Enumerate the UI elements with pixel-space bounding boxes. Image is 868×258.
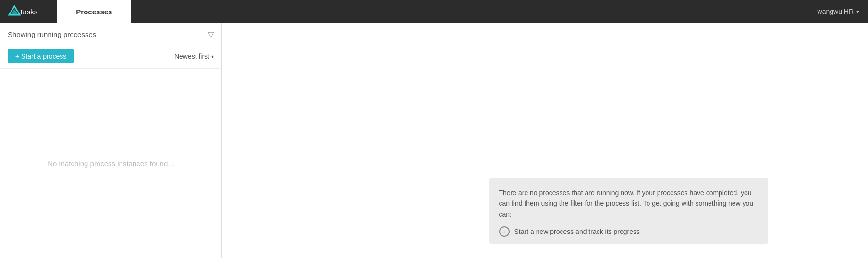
- tab-processes[interactable]: Processes: [57, 0, 131, 23]
- user-label: wangwu HR: [818, 8, 854, 15]
- start-process-button[interactable]: + Start a process: [8, 49, 74, 63]
- sidebar: Showing running processes ▽ + Start a pr…: [0, 23, 222, 258]
- sort-dropdown[interactable]: Newest first ▾: [174, 52, 214, 60]
- sort-caret: ▾: [211, 54, 214, 59]
- sidebar-controls: + Start a process Newest first ▾: [0, 44, 221, 69]
- sidebar-header-title: Showing running processes: [8, 30, 96, 38]
- circle-plus-icon: +: [499, 226, 510, 237]
- main-layout: Showing running processes ▽ + Start a pr…: [0, 23, 868, 258]
- info-box-action: + Start a new process and track its prog…: [499, 226, 758, 237]
- sidebar-header: Showing running processes ▽: [0, 23, 221, 44]
- sort-label: Newest first: [174, 52, 209, 60]
- user-menu[interactable]: wangwu HR ▼: [818, 0, 860, 23]
- user-caret: ▼: [856, 9, 860, 14]
- filter-icon[interactable]: ▽: [208, 30, 214, 39]
- top-nav: Tasks Processes wangwu HR ▼: [0, 0, 868, 23]
- info-box: There are no processes that are running …: [489, 178, 768, 244]
- info-box-text: There are no processes that are running …: [499, 187, 758, 220]
- sidebar-empty-message: No matching process instances found...: [0, 69, 221, 258]
- action-text: Start a new process and track its progre…: [514, 228, 640, 235]
- content-area: There are no processes that are running …: [222, 23, 868, 258]
- logo: [8, 0, 21, 23]
